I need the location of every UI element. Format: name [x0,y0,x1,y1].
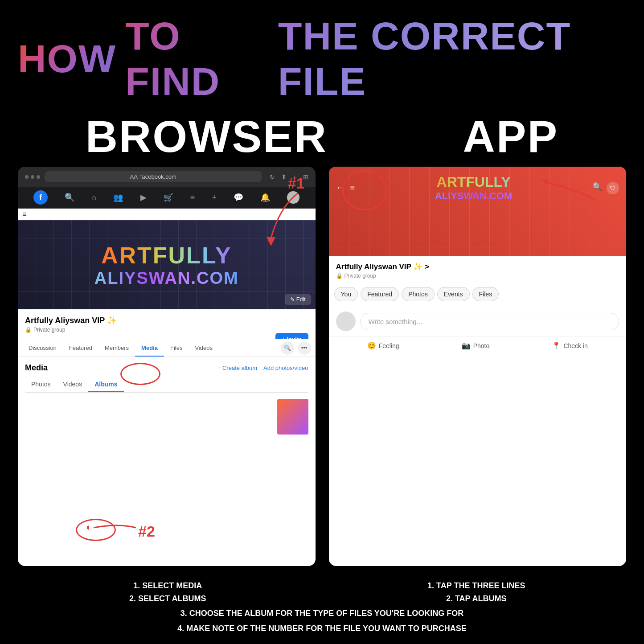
title-how: HOW [18,36,116,82]
media-content-area [25,399,308,435]
marketplace-icon[interactable]: 🛒 [164,193,173,202]
app-write-input[interactable]: Write something... [360,313,619,330]
artfully-line2-browser: ALIYSWAN.COM [94,269,239,288]
more-tab-icon[interactable]: ••• [298,341,311,355]
media-tab-photos[interactable]: Photos [25,377,57,392]
video-icon[interactable]: ▶ [140,193,147,202]
title-to-find: TO FIND [125,13,269,104]
feeling-icon: 😊 [367,341,376,350]
app-lock-icon: 🔒 [336,273,343,279]
lock-icon: 🔒 [25,327,32,333]
app-user-avatar [336,312,356,331]
app-photo-action[interactable]: 📷 Photo [462,341,490,350]
browser-dot-1 [25,175,29,179]
title-the-correct-file: THE CORRECT FILE [278,13,626,104]
app-arrow-svg [510,169,599,205]
checkin-icon: 📍 [552,341,561,350]
photo-label: Photo [473,342,490,349]
friends-icon[interactable]: 👥 [113,193,123,202]
edit-button[interactable]: ✎ Edit [285,294,311,305]
app-circle-annotation [342,170,387,210]
app-group-private: 🔒 Private group [336,273,619,279]
feeling-label: Feeling [379,342,399,349]
shared-instruction-2: 4. MAKE NOTE OF THE NUMBER FOR THE FILE … [18,622,626,635]
browser-dot-3 [37,175,40,179]
app-group-header: ← ≡ ARTFULLY ALIYSWAN.COM 🔍 🛡 [329,167,627,256]
album-thumbnail [277,399,308,435]
app-checkin-action[interactable]: 📍 Check in [552,341,587,350]
media-section-title: Media [25,363,48,373]
instructions-browser: 1. SELECT MEDIA 2. SELECT ALBUMS [18,579,318,605]
browser-media-section: Media + Create album Add photos/video Ph… [18,357,316,566]
artfully-branding-browser: ARTFULLY ALIYSWAN.COM [94,242,239,288]
main-container: HOW TO FIND THE CORRECT FILE BROWSER APP… [0,0,644,644]
browser-dot-2 [31,175,34,179]
tab-members[interactable]: Members [98,339,135,357]
add-icon[interactable]: + [212,193,217,202]
browser-screenshot: AA facebook.com ↻ ⬆ + ⊞ f 🔍 ⌂ 👥 ▶ 🛒 ≡ [18,167,316,566]
browser-url: facebook.com [140,173,176,180]
arrow-1-svg [253,189,307,247]
media-tab-videos[interactable]: Videos [57,377,89,392]
arrow-2-svg [87,519,140,537]
app-tabs: You Featured Photos Events Files [329,283,627,306]
add-photos-link[interactable]: Add photos/video [263,365,308,371]
section-labels: BROWSER APP [18,111,626,162]
app-actions-row: 😊 Feeling 📷 Photo 📍 Check in [329,336,627,356]
annotation-2: #2 [138,523,155,540]
tab-discussion[interactable]: Discussion [22,339,63,357]
artfully-line1-browser: ARTFULLY [94,242,239,269]
app-tab-photos[interactable]: Photos [402,287,435,301]
media-actions: + Create album Add photos/video [217,365,308,371]
tab-media[interactable]: Media [135,339,164,357]
search-icon[interactable]: 🔍 [65,193,74,202]
tab-icons: 🔍 ••• [281,341,311,355]
browser-instruction-1: 1. SELECT MEDIA [18,579,318,592]
app-instruction-1: 1. TAP THE THREE LINES [327,579,627,592]
browser-group-info: Artfully Aliyswan VIP ✨ 🔒 Private group … [18,309,316,339]
media-header: Media + Create album Add photos/video [25,363,308,373]
app-tab-you[interactable]: You [334,287,358,301]
browser-group-name: Artfully Aliyswan VIP ✨ [25,316,308,325]
create-album-link[interactable]: + Create album [217,365,257,371]
instructions-app: 1. TAP THE THREE LINES 2. TAP ALBUMS [327,579,627,605]
search-tab-icon[interactable]: 🔍 [281,341,294,355]
app-shield-icon[interactable]: 🛡 [607,182,619,194]
screenshots-row: AA facebook.com ↻ ⬆ + ⊞ f 🔍 ⌂ 👥 ▶ 🛒 ≡ [18,167,626,566]
shared-instruction-1: 3. CHOOSE THE ALBUM FOR THE TYPE OF FILE… [18,607,626,620]
browser-label: BROWSER [86,111,328,162]
browser-dots [25,175,40,179]
messenger-icon[interactable]: 💬 [234,193,243,202]
reload-icon[interactable]: ↻ [270,173,275,180]
browser-group-tabs: Discussion Featured Members Media Files … [18,339,316,357]
menu-icon[interactable]: ≡ [190,193,195,202]
app-instruction-2: 2. TAP ALBUMS [327,592,627,605]
browser-instruction-2: 2. SELECT ALBUMS [18,592,318,605]
app-tab-events[interactable]: Events [437,287,470,301]
checkin-label: Check in [563,342,587,349]
app-screenshot: ← ≡ ARTFULLY ALIYSWAN.COM 🔍 🛡 [329,167,627,566]
title-row: HOW TO FIND THE CORRECT FILE [18,13,626,104]
home-icon[interactable]: ⌂ [91,193,96,202]
app-tab-files[interactable]: Files [472,287,499,301]
media-tab-albums[interactable]: Albums [88,377,123,392]
svg-marker-0 [267,237,275,246]
app-label: APP [463,111,559,162]
media-tabs: Photos Videos Albums [25,377,308,393]
photo-icon: 📷 [462,341,471,350]
app-write-area: Write something... [329,306,627,336]
browser-group-privacy: 🔒 Private group [25,327,308,333]
tab-featured[interactable]: Featured [63,339,98,357]
facebook-logo[interactable]: f [33,190,48,205]
app-feeling-action[interactable]: 😊 Feeling [367,341,399,350]
tab-videos[interactable]: Videos [189,339,219,357]
app-group-info: Artfully Aliyswan VIP ✨ > 🔒 Private grou… [329,256,627,283]
tab-files[interactable]: Files [164,339,189,357]
share-icon[interactable]: ⬆ [281,173,287,180]
browser-url-aa: AA [130,173,138,180]
instructions-row: 1. SELECT MEDIA 2. SELECT ALBUMS 1. TAP … [18,579,626,605]
browser-url-bar[interactable]: AA facebook.com [45,171,262,182]
app-tab-featured[interactable]: Featured [361,287,399,301]
svg-marker-1 [87,525,89,530]
browser-top-bar: AA facebook.com ↻ ⬆ + ⊞ [18,167,316,187]
